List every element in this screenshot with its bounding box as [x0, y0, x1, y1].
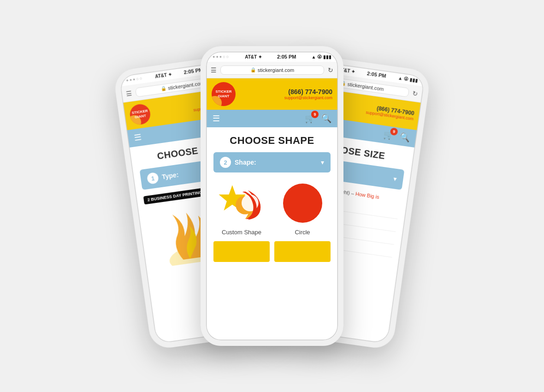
rect-shapes: [213, 241, 331, 262]
custom-shape-label: Custom Shape: [222, 229, 261, 236]
cart-center[interactable]: 🛒 9: [305, 113, 315, 124]
step-arrow-center: ▾: [321, 159, 324, 166]
status-bar-center: ●●●○○ AT&T ✦ 2:05 PM ▲ ⦿ ▮▮▮: [206, 52, 338, 62]
lock-icon-center: 🔒: [250, 67, 256, 72]
url-text-left: stickergiant.com: [167, 80, 204, 91]
nav-bar-center: ☰ 🛒 9 🔍: [206, 110, 338, 127]
sg-logo-center: STICKERGIANT: [212, 82, 236, 106]
step-num-left: 1: [147, 172, 159, 184]
shapes-grid: Custom Shape Circle: [213, 180, 331, 236]
custom-shape-icon: [213, 180, 270, 226]
url-bar-center: ☰ 🔒 stickergiant.com ↻: [206, 62, 338, 78]
sg-contact-center: (866) 774-7900 support@stickergiant.com: [284, 88, 332, 100]
menu-icon-center[interactable]: ☰: [211, 66, 217, 74]
rect-item-2[interactable]: [274, 241, 331, 262]
scene: ●●●○○ AT&T ✦ 2:05 PM ▲ ⦿ ▮▮▮ ☰ 🔒 sticker…: [18, 7, 526, 385]
hamburger-center[interactable]: ☰: [213, 113, 220, 124]
step-num-center: 2: [220, 157, 231, 168]
url-text-center: stickergiant.com: [258, 67, 294, 73]
refresh-icon-center[interactable]: ↻: [328, 66, 333, 74]
url-field-center[interactable]: 🔒 stickergiant.com: [220, 65, 324, 75]
circle-shape: [283, 184, 322, 223]
menu-icon-left[interactable]: ☰: [125, 89, 132, 98]
sg-contact-right: (866) 774-7900 support@stickergiant.com: [366, 104, 415, 121]
screen-center: ●●●○○ AT&T ✦ 2:05 PM ▲ ⦿ ▮▮▮ ☰ 🔒 sticker…: [206, 52, 338, 340]
nav-right-right: 🛒 9 🔍: [383, 129, 410, 143]
cart-right[interactable]: 🛒 9: [383, 129, 394, 141]
rect-item-1[interactable]: [213, 241, 270, 262]
dots-center: ●●●○○: [213, 54, 230, 59]
url-text-right: stickergiant.com: [347, 81, 384, 92]
sg-header-center: STICKERGIANT (866) 774-7900 support@stic…: [206, 78, 338, 110]
icons-right: ▲ ⦿ ▮▮▮: [398, 75, 419, 83]
refresh-icon-right[interactable]: ↻: [412, 89, 419, 98]
circle-icon: [274, 180, 331, 226]
carrier-center: AT&T ✦: [245, 54, 262, 59]
shape-item-circle[interactable]: Circle: [274, 180, 331, 236]
hamburger-left[interactable]: ☰: [133, 132, 142, 143]
step-arrow-right: ▾: [393, 175, 397, 183]
phone-number-center[interactable]: (866) 774-7900: [284, 88, 332, 95]
page-content-center: CHOOSE SHAPE 2 Shape: ▾: [206, 127, 338, 340]
search-icon-right[interactable]: 🔍: [399, 131, 411, 143]
time-center: 2:05 PM: [277, 54, 296, 59]
phone-center: ●●●○○ AT&T ✦ 2:05 PM ▲ ⦿ ▮▮▮ ☰ 🔒 sticker…: [201, 46, 343, 346]
custom-shape-svg: [216, 180, 267, 226]
carrier-name-left: AT&T ✦: [155, 71, 172, 79]
step-label-center: Shape:: [235, 159, 321, 166]
search-icon-center[interactable]: 🔍: [321, 113, 331, 124]
sg-logo-left: STICKERGIANT: [129, 103, 152, 126]
circle-label: Circle: [295, 229, 310, 236]
page-title-center: CHOOSE SHAPE: [213, 135, 331, 147]
time-right: 2:05 PM: [367, 71, 386, 79]
step-selector-center[interactable]: 2 Shape: ▾: [213, 152, 331, 172]
icons-center: ▲ ⦿ ▮▮▮: [312, 54, 331, 59]
lock-icon-left: 🔒: [160, 86, 166, 92]
email-center[interactable]: support@stickergiant.com: [284, 95, 332, 100]
cart-badge-center: 9: [311, 111, 319, 118]
how-big-link[interactable]: How Big is: [355, 191, 379, 200]
choose-shape: CHOOSE SHAPE 2 Shape: ▾: [206, 127, 338, 269]
shape-item-custom[interactable]: Custom Shape: [213, 180, 270, 236]
nav-right-center: 🛒 9 🔍: [305, 113, 331, 124]
carrier-left: ●●●○○: [126, 76, 143, 83]
